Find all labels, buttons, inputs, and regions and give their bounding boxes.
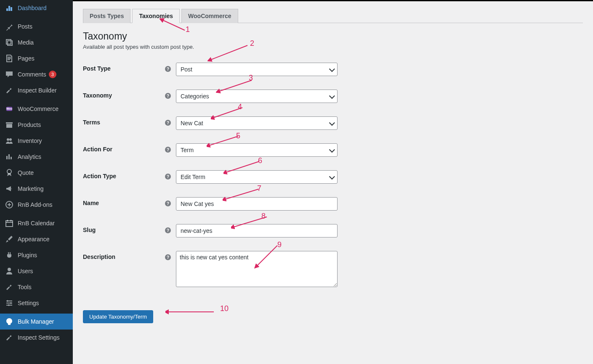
wrench-icon (5, 86, 13, 95)
textarea-description[interactable] (176, 251, 338, 287)
sidebar-item-label: Inspect Settings (18, 334, 60, 341)
woo-icon: Woo (5, 105, 13, 113)
label-slug: Slug (83, 224, 165, 233)
sidebar-item-products[interactable]: Products (0, 117, 73, 133)
svg-rect-6 (6, 221, 13, 227)
sidebar-item-label: RnB Calendar (18, 220, 55, 227)
select-taxonomy[interactable]: Categories (176, 90, 338, 103)
submit-button[interactable]: Update Taxonomy/Term (83, 310, 153, 323)
sidebar-item-label: Media (18, 39, 34, 46)
sidebar-item-woocommerce[interactable]: WooWooCommerce (0, 101, 73, 117)
sidebar-item-label: WooCommerce (18, 106, 59, 112)
help-icon[interactable]: ? (165, 93, 171, 99)
select-action-type[interactable]: Edit Term (176, 170, 338, 184)
sidebar-item-label: Tools (18, 284, 32, 290)
annotation-10: 10 (220, 304, 229, 313)
svg-point-3 (9, 138, 12, 141)
sidebar-item-label: Comments (18, 71, 46, 78)
sidebar-item-analytics[interactable]: Analytics (0, 149, 73, 165)
brush-icon (5, 235, 13, 243)
label-terms: Terms (83, 116, 165, 126)
sidebar-item-label: Settings (18, 300, 39, 306)
plugin-icon (5, 251, 13, 259)
sidebar-item-label: Analytics (18, 153, 41, 160)
help-icon[interactable]: ? (165, 66, 171, 72)
label-action-for: Action For (83, 143, 165, 153)
sidebar-item-dashboard[interactable]: Dashboard (0, 0, 73, 16)
svg-point-7 (8, 268, 11, 271)
sidebar-item-media[interactable]: Media (0, 34, 73, 50)
sidebar-item-label: RnB Add-ons (18, 201, 53, 208)
row-action-type: Action Type ? Edit Term (83, 170, 583, 184)
product-icon (5, 121, 13, 129)
sidebar-item-pages[interactable]: Pages (0, 50, 73, 66)
row-taxonomy: Taxonomy ? Categories (83, 90, 583, 103)
sidebar-item-bulk-manager[interactable]: Bulk Manager (0, 314, 73, 330)
page-title: Taxonomy (83, 31, 583, 42)
row-description: Description ? (83, 251, 583, 288)
tab-woocommerce[interactable]: WooCommerce (181, 9, 238, 23)
badge: 3 (49, 71, 56, 78)
input-slug[interactable] (176, 224, 338, 237)
sidebar-item-label: Inventory (18, 137, 42, 144)
row-slug: Slug ? (83, 224, 583, 237)
help-icon[interactable]: ? (165, 254, 171, 260)
sidebar-item-tools[interactable]: Tools (0, 279, 73, 295)
sidebar-item-label: Inspect Builder (18, 87, 57, 94)
svg-text:Woo: Woo (6, 107, 12, 110)
help-icon[interactable]: ? (165, 227, 171, 233)
label-name: Name (83, 197, 165, 206)
main-content: Posts TypesTaxonomiesWooCommerce Taxonom… (73, 0, 593, 364)
sidebar-item-label: Products (18, 121, 41, 128)
tab-taxonomies[interactable]: Taxonomies (132, 9, 180, 23)
pin-icon (5, 22, 13, 31)
media-icon (5, 38, 13, 47)
sidebar-item-appearance[interactable]: Appearance (0, 231, 73, 247)
settings-icon (5, 299, 13, 307)
comment-icon (5, 70, 13, 79)
label-post-type: Post Type (83, 63, 165, 72)
input-name[interactable] (176, 197, 338, 211)
people-icon (5, 137, 13, 145)
label-taxonomy: Taxonomy (83, 90, 165, 99)
dashboard-icon (5, 4, 13, 12)
sidebar-item-comments[interactable]: Comments3 (0, 66, 73, 82)
tab-posts-types[interactable]: Posts Types (83, 9, 130, 23)
help-icon[interactable]: ? (165, 200, 171, 206)
select-terms[interactable]: New Cat (176, 116, 338, 130)
sidebar-item-plugins[interactable]: Plugins (0, 247, 73, 263)
plus-circle-icon (5, 200, 13, 209)
stats-icon (5, 153, 13, 161)
sidebar-item-label: Plugins (18, 252, 37, 258)
sidebar-item-label: Users (18, 268, 33, 274)
select-action-for[interactable]: Term (176, 143, 338, 157)
sidebar-item-marketing[interactable]: Marketing (0, 181, 73, 197)
page-icon (5, 54, 13, 63)
sidebar-item-inventory[interactable]: Inventory (0, 133, 73, 149)
user-icon (5, 267, 13, 275)
sidebar-item-inspect-settings[interactable]: Inspect Settings (0, 330, 73, 346)
sidebar-item-label: Bulk Manager (18, 318, 54, 325)
row-name: Name ? (83, 197, 583, 211)
sidebar-item-label: Pages (18, 55, 35, 62)
calendar-icon (5, 219, 13, 227)
row-post-type: Post Type ? Post (83, 63, 583, 76)
row-action-for: Action For ? Term (83, 143, 583, 157)
sidebar-item-settings[interactable]: Settings (0, 295, 73, 311)
help-icon[interactable]: ? (165, 147, 171, 153)
sidebar-item-quote[interactable]: Quote (0, 165, 73, 181)
help-icon[interactable]: ? (165, 120, 171, 126)
select-post-type[interactable]: Post (176, 63, 338, 76)
admin-sidebar: DashboardPostsMediaPagesComments3Inspect… (0, 0, 73, 364)
sidebar-item-label: Marketing (18, 185, 43, 192)
help-icon[interactable]: ? (165, 174, 171, 179)
sidebar-item-users[interactable]: Users (0, 263, 73, 279)
sidebar-item-rnb-calendar[interactable]: RnB Calendar (0, 215, 73, 231)
sidebar-item-rnb-add-ons[interactable]: RnB Add-ons (0, 197, 73, 213)
wrench-icon (5, 333, 13, 342)
sidebar-item-inspect-builder[interactable]: Inspect Builder (0, 82, 73, 98)
sidebar-item-posts[interactable]: Posts (0, 18, 73, 34)
award-icon (5, 169, 13, 177)
megaphone-icon (5, 185, 13, 193)
wrench-icon (5, 283, 13, 291)
